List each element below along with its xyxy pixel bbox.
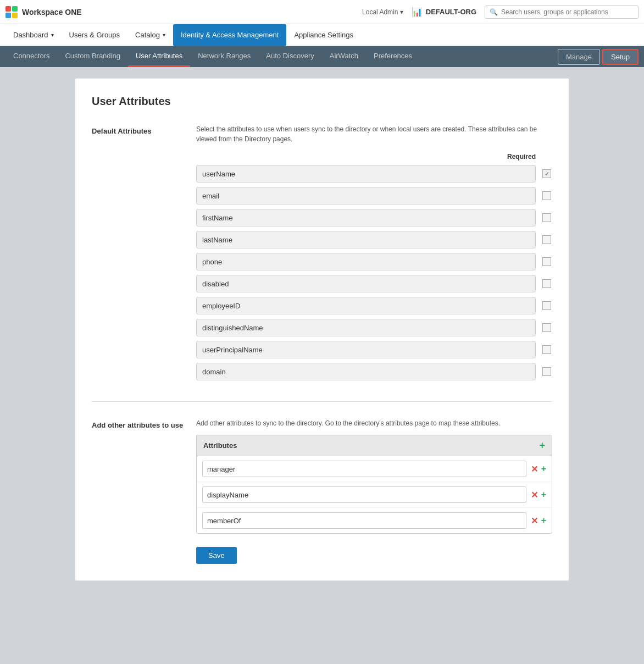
attr-input-employeeid [196,297,536,314]
search-bar: 🔍 [485,5,639,19]
displayname-row-actions: ✕ + [531,490,546,500]
attributes-table-header-label: Attributes [203,441,539,450]
nav2-network-ranges[interactable]: Network Ranges [190,46,258,67]
section-divider [92,401,552,402]
checkbox-disabled[interactable] [541,278,552,289]
custom-attr-row-memberof: ✕ + [197,508,552,533]
nav-appliance-settings[interactable]: Appliance Settings [286,24,361,46]
add-after-memberof-button[interactable]: + [541,516,546,525]
logo-area: Workspace ONE [5,6,82,18]
nav-bar2: Connectors Custom Branding User Attribut… [0,46,644,67]
admin-label[interactable]: Local Admin [362,8,403,16]
add-section-content: Add other attributes to sync to the dire… [196,418,552,564]
attr-row-employeeid [196,297,552,314]
attr-row-username: ✓ [196,165,552,182]
nav-catalog[interactable]: Catalog ▾ [127,24,173,46]
attr-input-firstname [196,209,536,226]
default-attributes-content: Select the attributes to use when users … [196,124,552,385]
add-section-label: Add other attributes to use [92,418,196,564]
content-card: User Attributes Default Attributes Selec… [75,78,569,581]
nav2-preferences[interactable]: Preferences [366,46,420,67]
attr-input-userprincipalname [196,341,536,358]
add-section-desc: Add other attributes to sync to the dire… [196,418,552,428]
checkbox-distinguishedname-box[interactable] [542,323,551,332]
add-other-attributes-section: Add other attributes to use Add other at… [92,418,552,564]
attr-row-email [196,187,552,204]
checkbox-email-box[interactable] [542,191,551,200]
memberof-row-actions: ✕ + [531,516,546,526]
attr-row-userprincipalname [196,341,552,358]
logo-icon [5,6,18,18]
attr-input-distinguishedname [196,319,536,336]
attr-input-domain [196,363,536,380]
attr-row-disabled [196,275,552,292]
attr-row-lastname [196,231,552,248]
checkbox-phone-box[interactable] [542,257,551,266]
add-after-manager-button[interactable]: + [541,464,546,474]
setup-button[interactable]: Setup [602,49,639,65]
checkbox-firstname-box[interactable] [542,213,551,222]
attributes-table: Attributes + ✕ + ✕ + [196,435,552,534]
required-header: Required [196,153,552,161]
checkbox-lastname[interactable] [541,234,552,245]
nav-bar1: Dashboard ▾ Users & Groups Catalog ▾ Ide… [0,24,644,46]
attr-row-phone [196,253,552,270]
attributes-table-header: Attributes + [197,435,552,456]
custom-attr-row-manager: ✕ + [197,456,552,482]
custom-attr-input-manager[interactable] [202,461,526,477]
nav2-right-buttons: Manage Setup [558,49,639,65]
search-input[interactable] [501,8,634,16]
checkbox-domain-box[interactable] [542,367,551,376]
default-attributes-label: Default Attributes [92,124,196,385]
checkbox-username[interactable]: ✓ [541,168,552,179]
app-name: Workspace ONE [22,8,82,16]
top-right: Local Admin 📊 DEFAULT-ORG 🔍 [362,5,639,19]
checkbox-userprincipalname[interactable] [541,344,552,355]
attr-row-distinguishedname [196,319,552,336]
checkbox-firstname[interactable] [541,212,552,223]
save-button[interactable]: Save [196,547,237,564]
main-wrapper: User Attributes Default Attributes Selec… [0,67,644,664]
nav2-airwatch[interactable]: AirWatch [322,46,366,67]
checkbox-employeeid[interactable] [541,300,552,311]
checkbox-email[interactable] [541,190,552,201]
delete-manager-button[interactable]: ✕ [531,464,538,474]
required-label: Required [507,153,536,161]
custom-attr-input-memberof[interactable] [202,512,526,529]
checkbox-lastname-box[interactable] [542,235,551,244]
nav-dashboard[interactable]: Dashboard ▾ [5,24,62,46]
attr-input-username [196,165,536,182]
checkbox-disabled-box[interactable] [542,279,551,288]
checkbox-userprincipalname-box[interactable] [542,345,551,354]
top-bar: Workspace ONE Local Admin 📊 DEFAULT-ORG … [0,0,644,24]
org-name: DEFAULT-ORG [426,8,476,16]
checkbox-domain[interactable] [541,366,552,377]
nav-users-groups[interactable]: Users & Groups [62,24,127,46]
attr-input-lastname [196,231,536,248]
attr-row-domain [196,363,552,380]
default-attributes-section: Default Attributes Select the attributes… [92,124,552,385]
nav2-custom-branding[interactable]: Custom Branding [57,46,127,67]
org-area: 📊 DEFAULT-ORG [412,7,476,17]
add-attribute-button[interactable]: + [539,440,545,451]
checkbox-phone[interactable] [541,256,552,267]
add-after-displayname-button[interactable]: + [541,490,546,500]
search-icon: 🔍 [490,8,498,16]
delete-memberof-button[interactable]: ✕ [531,516,538,526]
delete-displayname-button[interactable]: ✕ [531,490,538,500]
nav2-connectors[interactable]: Connectors [5,46,57,67]
nav2-auto-discovery[interactable]: Auto Discovery [258,46,321,67]
default-attributes-desc: Select the attributes to use when users … [196,124,552,144]
custom-attr-input-displayname[interactable] [202,486,526,503]
org-icon: 📊 [412,7,423,17]
checkbox-distinguishedname[interactable] [541,322,552,333]
page-title: User Attributes [92,95,552,108]
nav-identity-access[interactable]: Identity & Access Management [173,24,286,46]
custom-attr-row-displayname: ✕ + [197,482,552,508]
nav2-user-attributes[interactable]: User Attributes [128,46,190,67]
attr-input-disabled [196,275,536,292]
manage-button[interactable]: Manage [558,49,600,65]
checkbox-employeeid-box[interactable] [542,301,551,310]
checkbox-username-box[interactable]: ✓ [542,169,551,178]
save-area: Save [196,547,552,564]
